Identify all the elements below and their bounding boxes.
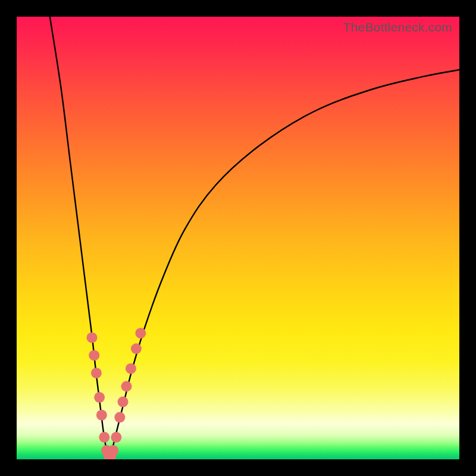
curve-right-branch xyxy=(109,70,459,458)
data-marker xyxy=(118,396,129,407)
data-marker xyxy=(94,392,105,403)
chart-frame: TheBottleneck.com xyxy=(0,0,476,476)
attribution-watermark: TheBottleneck.com xyxy=(343,20,452,35)
data-marker xyxy=(89,350,99,361)
bottleneck-curve xyxy=(17,17,459,459)
data-marker xyxy=(121,381,132,392)
curve-left-branch xyxy=(50,17,109,458)
data-marker xyxy=(86,332,97,343)
data-marker xyxy=(131,343,142,354)
plot-area: TheBottleneck.com xyxy=(17,17,459,459)
data-marker xyxy=(96,410,107,421)
data-marker xyxy=(91,368,102,378)
data-marker xyxy=(99,432,109,443)
data-marker xyxy=(111,432,121,443)
data-marker xyxy=(108,445,118,456)
data-markers xyxy=(86,328,146,459)
data-marker xyxy=(135,328,146,339)
data-marker xyxy=(114,412,125,422)
data-marker xyxy=(126,363,136,374)
